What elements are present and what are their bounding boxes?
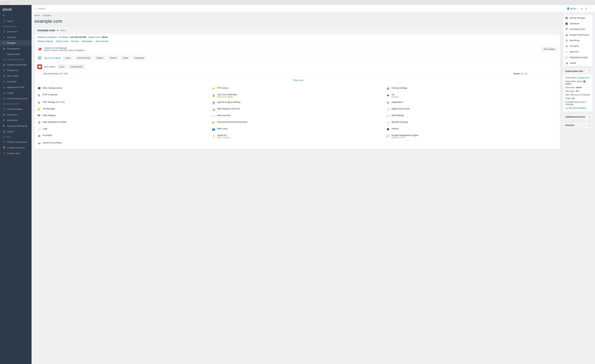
tool-item[interactable]: ✳️Applications xyxy=(386,100,557,106)
tool-item[interactable]: ⚡Speed KitStatus: Enabled xyxy=(212,133,383,140)
tool-item[interactable]: 🐘PHP Composer xyxy=(37,92,209,99)
tool-item[interactable]: ✿ImunifyAV xyxy=(37,133,209,140)
tool-item[interactable]: ☁️Digital Ocean DNS xyxy=(386,107,557,112)
tool-item[interactable]: 🐘PHP Settings (v7.3.10) xyxy=(37,100,209,106)
tool-item[interactable]: ⚙️Hosting Settings xyxy=(386,86,557,91)
nav-tools-settings[interactable]: ⚙Tools & Settings xyxy=(0,106,32,112)
tool-item[interactable]: 📄Logs xyxy=(37,126,209,132)
wp-security-button[interactable]: Check Security xyxy=(75,56,92,60)
show-less-toggle[interactable]: ⌃ Show Less xyxy=(35,77,560,83)
section-profile[interactable]: My Profile⌃ xyxy=(0,134,32,139)
tool-item[interactable]: 🎓Advisor xyxy=(386,126,557,132)
tool-item[interactable]: 📁FTP Access xyxy=(212,86,383,91)
breadcrumb-domains[interactable]: Domains xyxy=(43,14,51,17)
nav-premium-email[interactable]: ✉Plesk Premium Email xyxy=(0,96,32,101)
user-menu[interactable]: 👤 admin ⌄ xyxy=(567,7,578,10)
tool-item[interactable]: 📈Google PageSpeed InsightsMobile Score: … xyxy=(386,133,557,140)
section-server[interactable]: Server Management⌃ xyxy=(0,101,32,106)
right-tool-item[interactable]: ✿ImunifyAV xyxy=(563,43,593,49)
right-tool-item[interactable]: ⏰Scheduled Tasks xyxy=(563,26,593,32)
nav-google-auth[interactable]: ◉Google Authenticator xyxy=(0,62,32,67)
subscription-header[interactable]: Subscription Info ⌃ xyxy=(563,68,593,74)
nav-seo-toolkit[interactable]: ⬔SEO Toolkit xyxy=(0,73,32,79)
sub-link[interactable]: example.com xyxy=(577,77,589,79)
nav-resellers[interactable]: %Resellers xyxy=(0,34,32,40)
domain-panel-header: example.com Active ⌄ xyxy=(35,27,560,34)
more-stats-link[interactable]: View More Statistics xyxy=(568,107,586,109)
nav-profile-prefs[interactable]: ⚙Profile & Preferences xyxy=(0,139,32,145)
page-title-more[interactable]: ⋯ xyxy=(64,19,67,23)
right-tool-label: Seafile xyxy=(570,62,576,64)
section-links[interactable]: Links to Additional Services⌃ xyxy=(0,57,32,62)
tool-item[interactable]: 📂Password-Protected Directories xyxy=(212,120,383,125)
nav-digitalocean[interactable]: ☁DigitalOcean DNS xyxy=(0,84,32,90)
nav-domains[interactable]: ▢Domains xyxy=(0,40,32,46)
right-tool-item[interactable]: ⚡Speed Kit xyxy=(563,49,593,55)
wp-themes-button[interactable]: Themes xyxy=(107,56,119,60)
tool-icon: 📂 xyxy=(212,121,215,124)
wp-clone-button[interactable]: Clone xyxy=(121,56,130,60)
nav-adv-monitoring[interactable]: 🔍Advanced Monitoring xyxy=(0,123,32,129)
nav-change-password[interactable]: 🔑Change Password xyxy=(0,145,32,150)
wp-copy-button[interactable]: Copy Data xyxy=(132,56,146,60)
nav-subscriptions[interactable]: ▦Subscriptions xyxy=(0,46,32,51)
tool-item[interactable]: 🔒SSL/TLS CertificatesCheck SSL settings xyxy=(212,92,383,99)
tool-icon: 📈 xyxy=(565,56,568,59)
right-tool-item[interactable]: 🗄️Databases xyxy=(563,21,593,26)
search-input[interactable] xyxy=(38,7,567,10)
tool-item[interactable]: ◆GitEnabled xyxy=(386,92,557,99)
seo-scan-button[interactable]: Scan xyxy=(57,64,66,69)
seo-tasks-link[interactable]: 11 xyxy=(525,72,527,75)
tool-item[interactable]: 📄Website Copying xyxy=(386,120,557,125)
right-tool-item[interactable]: ◑Seafile xyxy=(563,60,593,66)
nav-seafile[interactable]: ◑Seafile xyxy=(0,90,32,96)
additional-services-header[interactable]: Additional Services ⌄ xyxy=(563,114,593,120)
tool-item[interactable]: 🚩DNS Settings xyxy=(37,113,209,119)
nav-service-plans[interactable]: ▭Service Plans xyxy=(0,51,32,57)
more-icon[interactable]: ⋮ xyxy=(590,7,592,10)
tool-item[interactable]: 🐳Docker Proxy Rules xyxy=(37,141,209,146)
git-deploy-target[interactable]: httpdocs/ xyxy=(77,49,85,51)
domains-header[interactable]: Domains ⌄ xyxy=(563,122,593,128)
link-open-in-web[interactable]: Open in web xyxy=(56,40,68,43)
tool-item[interactable]: ✉️Mail Settings xyxy=(386,113,557,119)
nav-process-list[interactable]: ☰Process list xyxy=(0,67,32,73)
wp-login-button[interactable]: Log In xyxy=(63,56,72,60)
nav-home[interactable]: Home xyxy=(0,18,32,24)
seo-keywords-button[interactable]: Add keywords xyxy=(68,64,85,69)
right-tool-item[interactable]: ◉Google Authenticator xyxy=(563,32,593,38)
nav-wordpress[interactable]: ⓦWordPress xyxy=(0,117,32,123)
tool-item[interactable]: 🛡️Web Application Firewall xyxy=(37,120,209,125)
right-tool-item[interactable]: 💾Backup Manager xyxy=(563,15,593,21)
tool-item[interactable]: 🖥️Web Hosting Access xyxy=(37,86,209,91)
link-hosting-settings[interactable]: Hosting Settings xyxy=(37,40,53,43)
nav-extensions[interactable]: ▦Extensions xyxy=(0,112,32,117)
right-tool-item[interactable]: 📈PageSpeed Insights xyxy=(563,55,593,60)
website-at-link[interactable]: httpdocs/ xyxy=(48,36,57,38)
tool-item[interactable]: 👥Web Users xyxy=(212,126,383,132)
breadcrumb-home[interactable]: Home xyxy=(35,14,40,17)
nav-customers[interactable]: 👤Customers xyxy=(0,29,32,34)
section-hosting[interactable]: Hosting Services⌃ xyxy=(0,24,32,29)
tool-item[interactable]: 📊Web Statistics SSL/TLS xyxy=(212,107,383,112)
chevron-up-icon: ⌃ xyxy=(27,25,29,27)
tool-item[interactable]: 📂File Manager xyxy=(37,107,209,112)
tool-item[interactable]: ✉️Mail Accounts xyxy=(212,113,383,119)
nav-change-view[interactable]: ↻Change View xyxy=(0,150,32,156)
help-icon[interactable]: ⊕ xyxy=(585,7,587,10)
nav-docker[interactable]: 🐳Docker xyxy=(0,129,32,134)
link-description[interactable]: Description xyxy=(82,40,93,43)
notifications-icon[interactable]: ◈ xyxy=(581,7,583,10)
right-tool-item[interactable]: ⓦWordPress xyxy=(563,38,593,43)
domain-status[interactable]: Active ⌄ xyxy=(60,29,68,32)
wp-plugins-button[interactable]: Plugins xyxy=(94,56,105,60)
nav-imunifyav[interactable]: ✿ImunifyAV xyxy=(0,79,32,84)
seo-link[interactable]: SEO Toolkit xyxy=(44,66,55,68)
link-move-domain[interactable]: Move domain xyxy=(96,40,109,43)
wp-site-link[interactable]: Top Of The World xyxy=(44,57,61,59)
pull-updates-button[interactable]: Pull Updates xyxy=(542,47,557,51)
link-preview[interactable]: Preview xyxy=(71,40,79,43)
git-repo-link[interactable]: responsive-landingpage xyxy=(44,47,540,49)
gear-icon: ⚙ xyxy=(3,141,5,143)
tool-item[interactable]: 🛠️Apache & nginx Settings xyxy=(212,100,383,106)
